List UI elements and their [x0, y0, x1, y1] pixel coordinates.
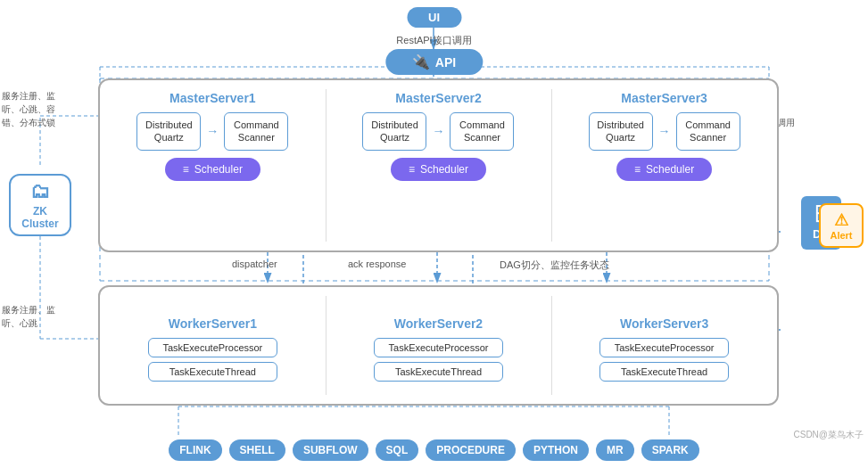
- bottom-pill-mr: MR: [596, 439, 634, 461]
- task-execute-processor-1: TaskExecuteProcessor: [148, 338, 277, 357]
- zk-cluster: 🗂 ZK Cluster: [9, 174, 71, 236]
- master-container: MasterServer1 DistributedQuartz → Comman…: [98, 78, 779, 252]
- task-execute-thread-3: TaskExecuteThread: [599, 362, 729, 382]
- worker-server-1-col: WorkerServer1 TaskExecuteProcessor TaskE…: [100, 287, 326, 404]
- task-execute-thread-2: TaskExecuteThread: [374, 362, 503, 382]
- architecture-diagram: UI RestAPI接口调用 🔌 API 服务注册、监听、心跳、容错、分布式锁 …: [0, 0, 868, 468]
- dq-cs-row-2: DistributedQuartz → CommandScanner: [362, 112, 514, 151]
- zk-label1: ZK: [33, 205, 47, 218]
- side-label-top-left: 服务注册、监听、心跳、容错、分布式锁: [2, 89, 69, 129]
- arrow-right-2: →: [432, 124, 444, 138]
- scheduler-icon-3: ≡: [634, 163, 641, 176]
- scheduler-label-2: Scheduler: [420, 163, 468, 176]
- bottom-pill-shell: SHELL: [229, 439, 285, 461]
- master-server-3-col: MasterServer3 DistributedQuartz → Comman…: [551, 80, 777, 250]
- scheduler-2: ≡ Scheduler: [391, 158, 486, 181]
- bottom-pill-python: PYTHON: [523, 439, 589, 461]
- api-icon: 🔌: [412, 53, 430, 70]
- bottom-pill-flink: FLINK: [169, 439, 221, 461]
- scheduler-icon-1: ≡: [183, 163, 189, 176]
- arrow-right-1: →: [206, 124, 219, 138]
- ui-pill: UI: [407, 7, 461, 28]
- bottom-pill-spark: SPARK: [641, 439, 699, 461]
- dag-label: DAG切分、监控任务状态: [500, 259, 609, 272]
- alert-label: Alert: [830, 230, 852, 241]
- distributed-quartz-3: DistributedQuartz: [589, 112, 653, 151]
- zk-label2: Cluster: [21, 218, 58, 230]
- master-server-2-col: MasterServer2 DistributedQuartz → Comman…: [326, 80, 552, 250]
- task-execute-processor-2: TaskExecuteProcessor: [374, 338, 503, 357]
- scheduler-1: ≡ Scheduler: [165, 158, 260, 181]
- worker-container: WorkerServer1 TaskExecuteProcessor TaskE…: [98, 285, 779, 406]
- worker-server-2-title: WorkerServer2: [394, 316, 483, 331]
- csdn-watermark: CSDN@菜鸟木子: [794, 429, 864, 441]
- worker-server-3-col: WorkerServer3 TaskExecuteProcessor TaskE…: [551, 287, 777, 404]
- dq-cs-row-1: DistributedQuartz → CommandScanner: [136, 112, 288, 151]
- ack-label: ack response: [348, 259, 406, 269]
- scheduler-label-3: Scheduler: [646, 163, 694, 176]
- command-scanner-1: CommandScanner: [224, 112, 288, 151]
- task-execute-thread-1: TaskExecuteThread: [148, 362, 277, 382]
- command-scanner-2: CommandScanner: [450, 112, 514, 151]
- bottom-pill-subflow: SUBFLOW: [293, 439, 368, 461]
- scheduler-label-1: Scheduler: [194, 163, 243, 176]
- arrow-right-3: →: [658, 124, 671, 138]
- distributed-quartz-1: DistributedQuartz: [136, 112, 201, 151]
- dq-cs-row-3: DistributedQuartz → CommandScanner: [589, 112, 740, 151]
- bottom-pills: FLINK SHELL SUBFLOW SQL PROCEDURE PYTHON…: [0, 439, 868, 461]
- alert-icon: ⚠: [834, 210, 848, 230]
- command-scanner-3: CommandScanner: [676, 112, 740, 151]
- master-server-1-col: MasterServer1 DistributedQuartz → Comman…: [100, 80, 326, 250]
- task-execute-processor-3: TaskExecuteProcessor: [599, 338, 729, 357]
- worker-server-1-title: WorkerServer1: [169, 316, 257, 331]
- side-label-bottom-left: 服务注册、监听、心跳: [2, 303, 69, 330]
- restapi-label: RestAPI接口调用: [396, 34, 471, 47]
- bottom-pill-sql: SQL: [376, 439, 419, 461]
- api-pill: 🔌 API: [385, 49, 483, 75]
- distributed-quartz-2: DistributedQuartz: [362, 112, 426, 151]
- master-server-3-title: MasterServer3: [621, 91, 707, 105]
- dispatcher-label: dispatcher: [232, 259, 277, 269]
- worker-server-2-col: WorkerServer2 TaskExecuteProcessor TaskE…: [326, 287, 552, 404]
- master-server-2-title: MasterServer2: [395, 91, 482, 105]
- scheduler-3: ≡ Scheduler: [616, 158, 712, 181]
- scheduler-icon-2: ≡: [409, 163, 415, 176]
- zk-icon: 🗂: [30, 180, 50, 203]
- alert-box: ⚠ Alert: [819, 203, 864, 248]
- api-label: API: [435, 55, 456, 70]
- worker-server-3-title: WorkerServer3: [620, 316, 708, 331]
- master-server-1-title: MasterServer1: [169, 91, 256, 105]
- bottom-pill-procedure: PROCEDURE: [426, 439, 516, 461]
